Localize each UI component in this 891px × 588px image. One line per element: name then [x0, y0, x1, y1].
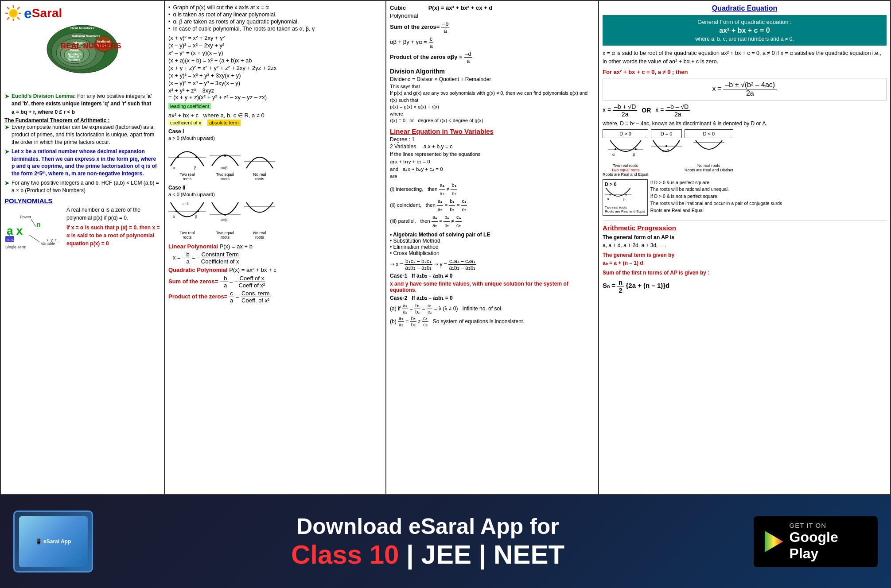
svg-point-56 — [615, 148, 616, 150]
svg-text:β: β — [633, 152, 635, 157]
play-icon — [763, 530, 784, 554]
sum-zeros-formula: Sum of the zeros= –ba = –Coeff of xCoeff… — [168, 275, 382, 289]
column-3: Cubic P(x) = ax³ + bx² + cx + d Polynomi… — [386, 1, 599, 494]
svg-text:Rational Numbers: Rational Numbers — [71, 34, 100, 38]
svg-line-31 — [29, 235, 40, 242]
col2-bullet-2: α is taken as root of any linear polynom… — [173, 12, 276, 18]
real-numbers-title: REAL NUMBERS — [61, 42, 121, 50]
system-description: If the lines represented by the equation… — [390, 151, 595, 180]
case2b-text: (b) a₁a₂ = b₁b₂ ≠ c₁c₂ So system of equa… — [390, 316, 595, 328]
poly-root-desc: If x = α is such that p (α) = 0, then x … — [66, 224, 160, 248]
svg-point-46 — [175, 210, 177, 212]
teal-label: General Form of quadratic equation : — [606, 19, 883, 25]
tablet-image: 📱 eSaral App — [13, 511, 93, 573]
svg-text:n: n — [36, 221, 41, 228]
ap-general-form: The general form of an AP is a, a + d, a… — [603, 233, 887, 249]
google-play-badge[interactable]: GET IT ON Google Play — [754, 516, 878, 567]
identity-1: (x + y)² = x² + 2xy + y² — [168, 35, 382, 41]
real-numbers-diagram: Real Numbers Rational Numbers Integers W… — [46, 24, 119, 75]
d-less-zero: D < 0 No real roots Roots are Real and D… — [685, 129, 733, 177]
svg-point-37 — [177, 156, 179, 158]
svg-point-52 — [224, 214, 226, 216]
ap-title: Arithmetic Progression — [603, 224, 887, 232]
identity-3: x² – y² = (x + y)(x – y) — [168, 50, 382, 56]
case2a-text: (a) if a₁a₂ = b₁b₂ = c₁c₂ = λ (λ ≠ 0) In… — [390, 303, 595, 315]
linear-x-formula: x = –ba = –Constant TermCoefficient of x — [168, 251, 382, 265]
svg-point-9 — [10, 10, 16, 16]
division-title: Division Algorithm — [390, 68, 595, 75]
svg-text:β: β — [194, 166, 196, 170]
identity-7: (x – y)³ = x³ – y³ – 3xy(x – y) — [168, 80, 382, 86]
download-text: Download eSaral App for — [102, 514, 754, 539]
identity-8: x³ + y³ + z³ – 3xyz= (x + y + z)(x² + y²… — [168, 87, 382, 101]
cubic-sum-product: αβ + βγ + γα = ca — [390, 35, 595, 49]
logo-area: e Saral — [4, 4, 160, 22]
svg-point-65 — [610, 194, 611, 195]
ap-sum-formula: Sₙ = n 2 {2a + (n – 1)}d — [603, 279, 887, 294]
teal-condition: where a, b, c, are real numbers and a ≠ … — [606, 36, 883, 42]
coeff-x-label: coefficient of x — [168, 120, 203, 126]
svg-point-57 — [635, 148, 637, 150]
division-section: Division Algorithm Dividend = Divisor × … — [390, 68, 595, 124]
svg-marker-69 — [765, 530, 783, 552]
tablet-screen: 📱 eSaral App — [19, 516, 88, 567]
division-note: This says that If p(x) and g(x) are any … — [390, 83, 595, 124]
root-description: x = α is said to be root of the quadrati… — [603, 49, 887, 66]
identity-4: (x + a)(x + b) = x² + (a + b)x + ab — [168, 57, 382, 64]
degree-label: Degree : 1 — [390, 136, 595, 143]
coeff-labels-2: coefficient of x absolute term — [168, 120, 382, 126]
ap-nth-term: The general term is given by aₙ = a + (n… — [603, 251, 887, 267]
case1-condition: a > 0 (Mouth upward) — [168, 135, 382, 141]
ap-section: Arithmetic Progression The general form … — [603, 220, 887, 294]
bullet-dot-4: • — [168, 26, 170, 32]
footer-center: Download eSaral App for Class 10 | JEE |… — [102, 514, 754, 570]
bullet-arrow-3: ➤ — [4, 148, 10, 155]
svg-text:Numbers: Numbers — [67, 58, 80, 61]
teal-formula: ax² + bx + c = 0 — [606, 27, 883, 35]
cubic-header: Cubic P(x) = ax³ + bx² + cx + d — [390, 4, 595, 11]
svg-text:α: α — [173, 214, 175, 219]
col2-bullet-1: Graph of p(x) will cut the x axis at x =… — [173, 4, 268, 11]
svg-text:Real Numbers: Real Numbers — [70, 26, 94, 30]
svg-text:Natural: Natural — [69, 55, 79, 58]
svg-text:α=β: α=β — [662, 149, 669, 153]
identity-2: (x – y)² = x² – 2xy + y² — [168, 42, 382, 49]
bullet-arrow-1: ➤ — [4, 93, 10, 100]
discriminant-formulas: x = –b + √D 2a OR x = –b – √D 2a — [603, 103, 887, 118]
for-quad-text: For ax² + bx + c = 0, a ≠ 0 ; then — [603, 69, 887, 75]
google-play-text: Google Play — [790, 529, 869, 562]
inv-parabola-two-equal: α=β Two equalroots — [210, 198, 241, 240]
teal-info-box: General Form of quadratic equation : ax²… — [603, 15, 887, 46]
col2-bullet-4: In case of cubic polynomial, The roots a… — [173, 26, 315, 32]
play-text-container: GET IT ON Google Play — [790, 522, 869, 562]
coeff-labels: leading coefficient — [168, 103, 382, 109]
class10-text: Class 10 — [291, 540, 399, 569]
svg-text:Single Term: Single Term — [5, 245, 26, 249]
svg-text:α: α — [612, 152, 615, 157]
case2-header: Case-2 If a₁b₂ – a₂b₁ = 0 — [390, 295, 595, 301]
d-gt0-section: D > 0 α β Two real roots Roots are Real … — [603, 179, 887, 216]
svg-text:α=β: α=β — [221, 217, 228, 222]
parabola-no-real: No realroots — [244, 142, 275, 181]
col2-bullets: • Graph of p(x) will cut the x axis at x… — [168, 4, 382, 32]
case2-condition: a < 0 (Mouth upward) — [168, 192, 382, 197]
parabola-two-real: α β Two realroots — [168, 142, 206, 181]
fundamental-theorem-title: The Fundamental Theorem of Arithmetic : — [4, 117, 160, 124]
quadratic-eq-title: Quadratic Equation — [603, 4, 887, 12]
discriminant-diagrams: D > 0 α β Two real roots Two equal roots… — [603, 129, 887, 177]
svg-text:x, y, z...: x, y, z... — [47, 238, 60, 242]
hcf-lcm-text: For any two positive integers a and b, H… — [12, 179, 160, 194]
logo-saral-text: Saral — [32, 6, 62, 20]
two-variables-label: 2 Variables a.x + b.y = c — [390, 143, 595, 150]
euclid-section: ➤ Euclid's Division Lemma: For any two p… — [4, 93, 160, 194]
svg-point-61 — [665, 145, 667, 147]
product-zeros-formula: Product of the zeros= ca = Cons. termCoe… — [168, 290, 382, 304]
column-1: e Saral — [1, 1, 165, 494]
svg-text:β: β — [623, 197, 626, 201]
case1-desc: x and y have some finite values, with un… — [390, 281, 595, 293]
svg-line-29 — [31, 219, 36, 227]
discriminant-note: where, D = b² – 4ac, known as its discri… — [603, 120, 887, 127]
polynomials-title: POLYNOMIALS — [4, 197, 160, 205]
euclid-lemma-title: Euclid's Division Lemma: — [12, 93, 77, 99]
cases-section: Case I a > 0 (Mouth upward) α β Two — [168, 128, 382, 240]
